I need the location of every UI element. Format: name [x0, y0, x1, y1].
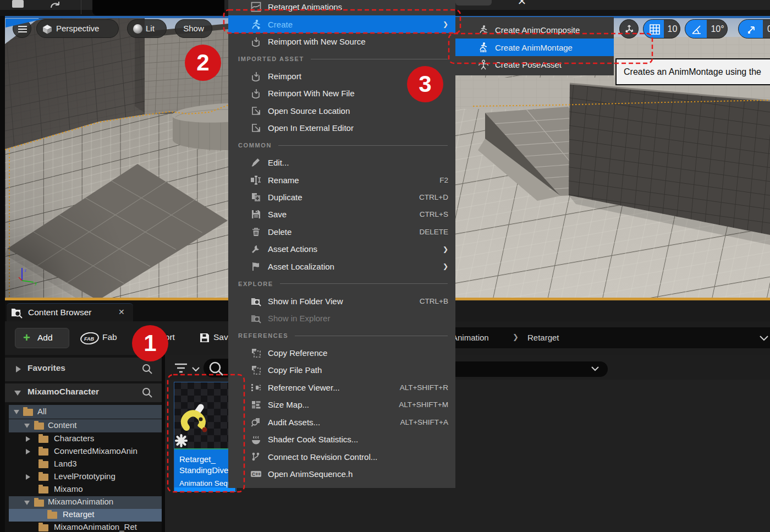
svg-text:FAB: FAB [84, 336, 95, 342]
svg-text:z: z [24, 268, 26, 273]
svg-text:y: y [35, 281, 37, 286]
svg-text:C++: C++ [252, 471, 261, 477]
